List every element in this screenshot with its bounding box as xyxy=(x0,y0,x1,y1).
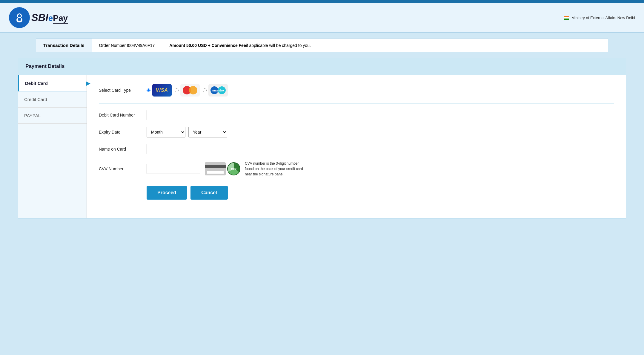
card-number-row: Debit Card Number xyxy=(99,110,614,120)
maestro-radio[interactable] xyxy=(203,88,207,92)
sbi-logo-circle xyxy=(9,7,30,28)
maestro-icon: maestro xyxy=(208,84,228,97)
maestro-radio-group: maestro xyxy=(203,84,228,97)
sidebar-item-debit-card[interactable]: Debit Card xyxy=(18,75,87,91)
mastercard-radio[interactable] xyxy=(175,88,179,92)
sidebar-item-paypal[interactable]: PAYPAL xyxy=(18,108,87,124)
cvv-tooltip: CVV number is the 3-digit number found o… xyxy=(245,161,305,177)
name-input[interactable] xyxy=(147,144,218,154)
transaction-amount: Amount 50.00 USD + Convenience Fee if ap… xyxy=(162,39,318,52)
card-type-label: Select Card Type xyxy=(99,88,147,93)
mc-right-circle xyxy=(189,86,197,94)
cancel-button[interactable]: Cancel xyxy=(190,186,228,200)
mastercard-radio-group xyxy=(175,84,200,97)
form-area: Select Card Type VISA xyxy=(87,75,626,218)
payment-content: Debit Card Credit Card PAYPAL Select Car… xyxy=(18,75,626,218)
visa-card-icon: VISA xyxy=(152,84,172,97)
transaction-bar: Transaction Details Order Number I004V49… xyxy=(36,38,608,52)
cvv-card-stripe xyxy=(205,165,226,168)
payment-details-title: Payment Details xyxy=(25,63,619,69)
svg-point-2 xyxy=(18,14,21,17)
ministry-info: Ministry of External Affairs New Delhi xyxy=(564,16,635,20)
card-types-group: VISA maestro xyxy=(147,84,228,97)
mastercard-icon xyxy=(180,84,200,97)
logo-pay: Pay xyxy=(53,13,68,24)
top-bar xyxy=(0,0,644,3)
year-select[interactable]: Year 2024 2025 2026 2027 2028 2029 2030 xyxy=(188,127,227,137)
logo-epay: e xyxy=(48,13,53,23)
cvv-row: CVV Number xxx CVV number is the 3-digit… xyxy=(99,161,614,177)
month-select[interactable]: Month 01 02 03 04 05 06 07 08 09 10 11 1… xyxy=(147,127,185,137)
flag-icon xyxy=(564,16,569,20)
svg-rect-3 xyxy=(18,18,21,21)
payment-sidebar: Debit Card Credit Card PAYPAL xyxy=(18,75,87,218)
transaction-order: Order Number I004V49A6F17 xyxy=(92,39,162,52)
header: SBI e Pay Ministry of External Affairs N… xyxy=(0,3,644,33)
cvv-area: xxx CVV number is the 3-digit number fou… xyxy=(147,161,305,177)
form-divider xyxy=(99,103,614,103)
cvv-label: CVV Number xyxy=(99,166,147,171)
card-number-label: Debit Card Number xyxy=(99,113,147,117)
button-row: Proceed Cancel xyxy=(147,186,614,200)
cvv-badge: xxx xyxy=(227,162,240,175)
payment-details-header: Payment Details xyxy=(18,58,626,75)
expiry-selects: Month 01 02 03 04 05 06 07 08 09 10 11 1… xyxy=(147,127,227,137)
cvv-card-illustration: xxx xyxy=(205,162,240,175)
sidebar-item-credit-card[interactable]: Credit Card xyxy=(18,91,87,108)
card-number-input[interactable] xyxy=(147,110,218,120)
cvv-card-graphic xyxy=(205,162,226,175)
logo-sbi: SBI xyxy=(31,12,48,23)
visa-radio-group: VISA xyxy=(147,84,172,97)
visa-radio[interactable] xyxy=(147,88,150,92)
ministry-text: Ministry of External Affairs New Delhi xyxy=(571,16,635,20)
logo-area: SBI e Pay xyxy=(9,7,68,28)
maestro-text: maestro xyxy=(212,89,224,92)
name-row: Name on Card xyxy=(99,144,614,154)
expiry-label: Expiry Date xyxy=(99,130,147,134)
main-content: Transaction Details Order Number I004V49… xyxy=(18,38,626,218)
proceed-button[interactable]: Proceed xyxy=(147,186,187,200)
card-type-row: Select Card Type VISA xyxy=(99,84,614,97)
transaction-label: Transaction Details xyxy=(36,39,92,52)
cvv-input[interactable] xyxy=(147,164,200,174)
cvv-white-bar xyxy=(207,171,224,174)
name-label: Name on Card xyxy=(99,147,147,152)
expiry-row: Expiry Date Month 01 02 03 04 05 06 07 0… xyxy=(99,127,614,137)
